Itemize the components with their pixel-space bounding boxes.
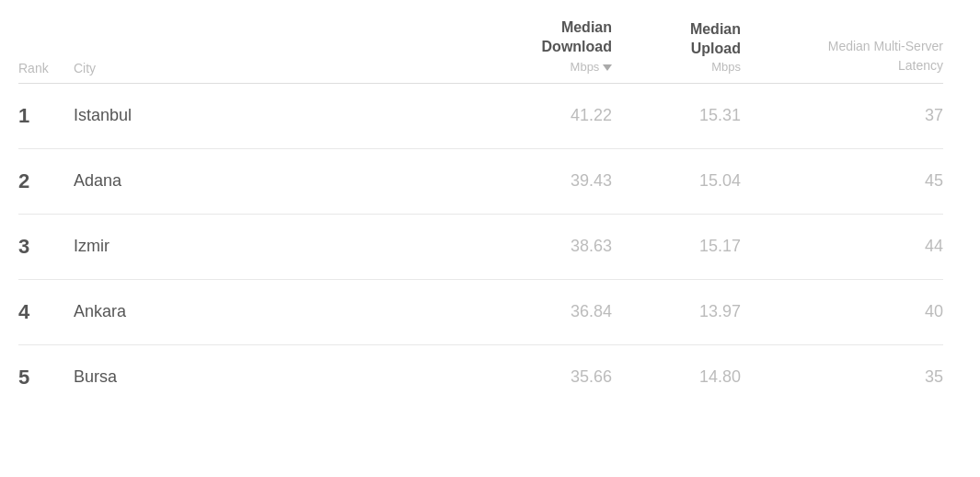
cell-download-4: 36.84: [465, 279, 612, 344]
header-download[interactable]: Median Download Mbps: [465, 18, 612, 83]
cell-latency-2: 45: [741, 148, 943, 214]
cell-download-5: 35.66: [465, 344, 612, 410]
cell-rank-1: 1: [18, 83, 74, 148]
cell-city-4: Ankara: [74, 279, 465, 344]
header-city: City: [74, 18, 465, 83]
city-label: City: [74, 61, 96, 76]
cell-upload-1: 15.31: [612, 83, 741, 148]
cell-download-3: 38.63: [465, 214, 612, 279]
download-sub-label: Mbps: [465, 57, 612, 76]
speed-table: Rank City Median Download Mbps: [18, 18, 943, 410]
table-row: 3 Izmir 38.63 15.17 44: [18, 214, 943, 279]
cell-rank-5: 5: [18, 344, 74, 410]
cell-upload-4: 13.97: [612, 279, 741, 344]
upload-bold-label: Upload: [612, 40, 741, 59]
cell-upload-3: 15.17: [612, 214, 741, 279]
cell-rank-2: 2: [18, 148, 74, 214]
latency-line1-label: Median Multi-Server: [741, 37, 943, 56]
download-bold-label: Download: [465, 38, 612, 57]
cell-upload-2: 15.04: [612, 148, 741, 214]
download-main-label: Median: [465, 18, 612, 38]
rank-label: Rank: [18, 61, 49, 76]
table-row: 4 Ankara 36.84 13.97 40: [18, 279, 943, 344]
sort-arrow-icon: [603, 59, 612, 76]
upload-sub-label: Mbps: [612, 59, 741, 76]
latency-line2-label: Latency: [741, 56, 943, 76]
cell-download-1: 41.22: [465, 83, 612, 148]
cell-city-3: Izmir: [74, 214, 465, 279]
table-row: 1 Istanbul 41.22 15.31 37: [18, 83, 943, 148]
header-rank: Rank: [18, 18, 74, 83]
table-row: 2 Adana 39.43 15.04 45: [18, 148, 943, 214]
cell-city-2: Adana: [74, 148, 465, 214]
cell-city-5: Bursa: [74, 344, 465, 410]
cell-download-2: 39.43: [465, 148, 612, 214]
cell-city-1: Istanbul: [74, 83, 465, 148]
cell-latency-1: 37: [741, 83, 943, 148]
cell-rank-4: 4: [18, 279, 74, 344]
table-header-row: Rank City Median Download Mbps: [18, 18, 943, 83]
upload-main-label: Median: [612, 20, 741, 40]
table-body: 1 Istanbul 41.22 15.31 37 2 Adana 39.43 …: [18, 83, 943, 410]
speed-table-container: Rank City Median Download Mbps: [0, 0, 980, 428]
table-row: 5 Bursa 35.66 14.80 35: [18, 344, 943, 410]
cell-upload-5: 14.80: [612, 344, 741, 410]
cell-latency-5: 35: [741, 344, 943, 410]
header-latency: Median Multi-Server Latency: [741, 18, 943, 83]
cell-latency-4: 40: [741, 279, 943, 344]
cell-rank-3: 3: [18, 214, 74, 279]
header-upload: Median Upload Mbps: [612, 18, 741, 83]
cell-latency-3: 44: [741, 214, 943, 279]
